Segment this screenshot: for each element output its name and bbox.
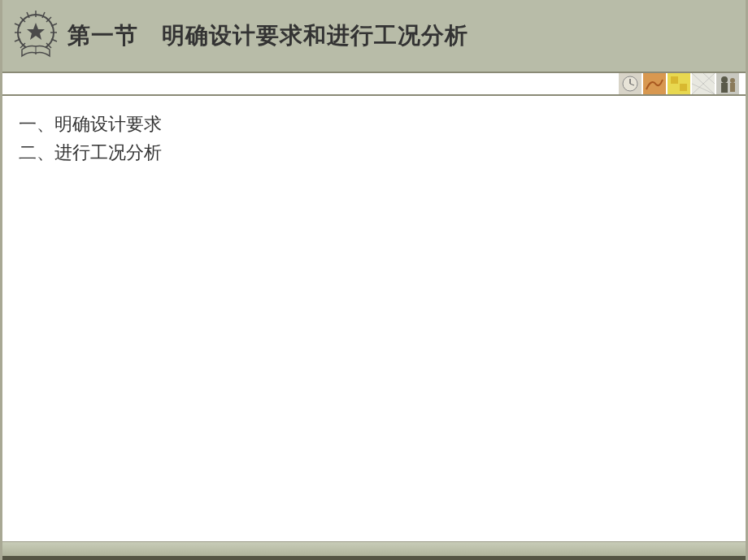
bottom-border xyxy=(2,556,746,560)
svg-point-32 xyxy=(730,78,735,83)
bullet-item: 一、明确设计要求 xyxy=(19,111,729,137)
svg-rect-33 xyxy=(730,83,735,92)
abstract-icon xyxy=(643,73,666,94)
clock-icon xyxy=(619,73,641,94)
svg-rect-31 xyxy=(721,83,728,93)
icon-strip xyxy=(619,73,739,94)
grid-icon xyxy=(692,73,715,94)
slide-title: 第一节 明确设计要求和进行工况分析 xyxy=(67,20,468,51)
svg-rect-23 xyxy=(680,84,687,91)
puzzle-icon xyxy=(668,73,690,94)
divider-bar xyxy=(2,72,746,96)
slide-content: 一、明确设计要求 二、进行工况分析 xyxy=(2,96,746,541)
presentation-slide: 第一节 明确设计要求和进行工况分析 xyxy=(0,0,748,560)
slide-header: 第一节 明确设计要求和进行工况分析 xyxy=(2,0,746,72)
svg-point-30 xyxy=(721,76,728,83)
svg-rect-22 xyxy=(671,76,678,84)
slide-footer xyxy=(2,541,746,556)
people-icon xyxy=(716,73,739,94)
bullet-item: 二、进行工况分析 xyxy=(19,139,729,166)
gear-star-book-emblem-icon xyxy=(11,11,61,61)
